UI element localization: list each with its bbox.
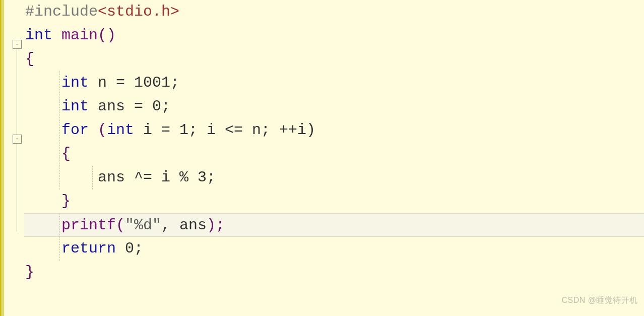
type-keyword: int [25,27,52,44]
code-text: i = 1; i <= n; ++i) [134,121,315,139]
indent-guide [92,166,93,189]
return-keyword: return [61,240,116,257]
indent [25,121,61,139]
type-keyword: int [61,74,89,91]
code-line: int ans = 0; [24,95,644,118]
code-line: #include<stdio.h> [24,0,644,24]
fold-toggle-main[interactable]: - [13,40,22,49]
function-call: printf [61,217,116,234]
code-text: ans = 0; [89,98,170,115]
indent [25,240,61,257]
code-line: int main() [24,24,644,47]
function-name: main [52,27,98,44]
indent-guide [59,213,60,261]
minus-icon: - [15,135,19,143]
code-line: return 0; [24,237,644,261]
gutter: - - [0,0,24,316]
code-line: } [24,189,644,213]
watermark: CSDN @睡觉待开机 [561,288,638,312]
close-brace: } [61,193,71,210]
indent [25,193,61,210]
indent [25,74,61,91]
code-line: int n = 1001; [24,71,644,95]
indent [25,169,98,186]
code-line-current: printf("%d", ans); [24,213,644,237]
indent [25,98,61,115]
type-keyword: int [61,98,89,115]
indent-guide [59,71,60,189]
code-line: ans ^= i % 3; [24,166,644,189]
close-paren: ); [207,217,225,234]
minus-icon: - [15,40,19,48]
open-brace: { [25,50,34,68]
code-text: 0; [116,240,143,257]
code-line: } [24,261,644,284]
code-area[interactable]: #include<stdio.h> int main() { int n = 1… [24,0,644,316]
indent [25,217,61,234]
code-line: { [24,47,644,71]
string-literal: "%d" [125,217,161,234]
code-text: ans ^= i % 3; [98,169,216,186]
code-text: n = 1001; [89,74,179,91]
gutter-margin-line [3,0,4,316]
code-line: { [24,142,644,166]
for-keyword: for [61,121,89,139]
open-brace: { [61,145,71,162]
fold-toggle-for[interactable]: - [13,135,22,144]
type-keyword: int [107,121,134,139]
code-text: , ans [161,217,207,234]
code-line: for (int i = 1; i <= n; ++i) [24,118,644,142]
close-brace: } [25,264,34,281]
code-editor: - - #include<stdio.h> int main() { int n… [0,0,644,316]
open-paren: ( [89,121,107,139]
preprocessor-directive: #include [25,3,98,20]
include-path: <stdio.h> [98,3,179,20]
parentheses: () [98,27,116,44]
indent [25,145,61,162]
open-paren: ( [116,217,125,234]
